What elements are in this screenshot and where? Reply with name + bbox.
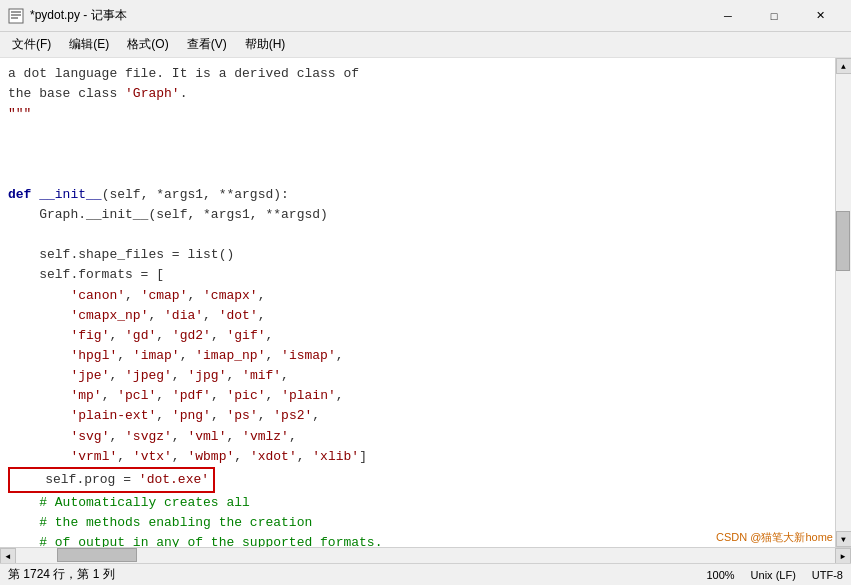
- line-ending: Unix (LF): [751, 569, 796, 581]
- status-left: 第 1724 行，第 1 列: [8, 566, 115, 583]
- h-scroll-track[interactable]: [16, 548, 835, 563]
- cursor-position: 第 1724 行，第 1 列: [8, 566, 115, 583]
- close-button[interactable]: ✕: [797, 0, 843, 32]
- minimize-button[interactable]: ─: [705, 0, 751, 32]
- menu-view[interactable]: 查看(V): [179, 34, 235, 56]
- scroll-right-button[interactable]: ►: [835, 548, 851, 564]
- horizontal-scrollbar[interactable]: ◄ ►: [0, 547, 851, 563]
- editor-content[interactable]: a dot language file. It is a derived cla…: [0, 58, 835, 547]
- scroll-left-button[interactable]: ◄: [0, 548, 16, 564]
- h-scroll-thumb[interactable]: [57, 548, 137, 562]
- zoom-level: 100%: [706, 569, 734, 581]
- app-icon: [8, 8, 24, 24]
- scroll-track[interactable]: [836, 74, 851, 531]
- scroll-thumb[interactable]: [836, 211, 850, 271]
- title-bar-left: *pydot.py - 记事本: [8, 7, 127, 24]
- status-right: 100% Unix (LF) UTF-8: [706, 569, 843, 581]
- scroll-up-button[interactable]: ▲: [836, 58, 852, 74]
- editor-container: a dot language file. It is a derived cla…: [0, 58, 851, 547]
- window-controls: ─ □ ✕: [705, 0, 843, 32]
- menu-bar: 文件(F) 编辑(E) 格式(O) 查看(V) 帮助(H): [0, 32, 851, 58]
- status-bar: 第 1724 行，第 1 列 100% Unix (LF) UTF-8: [0, 563, 851, 585]
- menu-file[interactable]: 文件(F): [4, 34, 59, 56]
- scroll-down-button[interactable]: ▼: [836, 531, 852, 547]
- encoding: UTF-8: [812, 569, 843, 581]
- code-area: a dot language file. It is a derived cla…: [0, 62, 835, 547]
- svg-rect-0: [9, 9, 23, 23]
- maximize-button[interactable]: □: [751, 0, 797, 32]
- vertical-scrollbar[interactable]: ▲ ▼: [835, 58, 851, 547]
- title-bar: *pydot.py - 记事本 ─ □ ✕: [0, 0, 851, 32]
- menu-help[interactable]: 帮助(H): [237, 34, 294, 56]
- menu-format[interactable]: 格式(O): [119, 34, 176, 56]
- menu-edit[interactable]: 编辑(E): [61, 34, 117, 56]
- window-title: *pydot.py - 记事本: [30, 7, 127, 24]
